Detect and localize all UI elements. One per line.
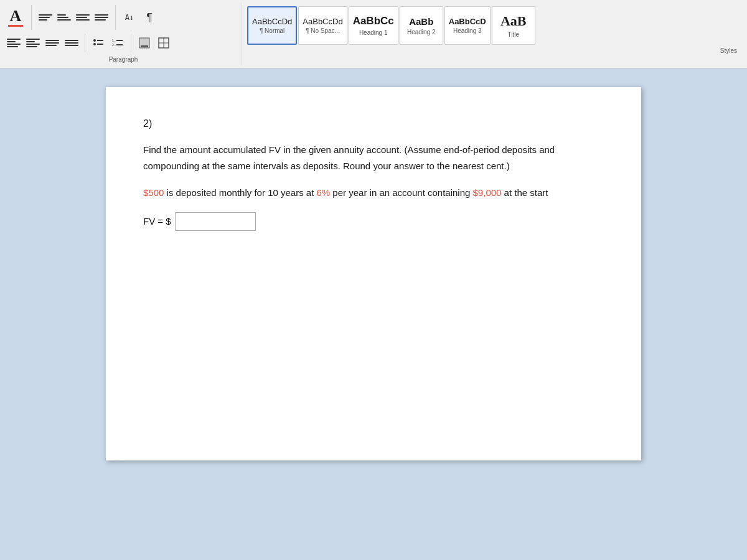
style-title-label: Title (507, 31, 519, 38)
problem-rate: 6% (317, 187, 331, 198)
style-h3-preview: AaBbCcD (449, 17, 486, 27)
font-color-button[interactable]: A (5, 6, 26, 29)
style-nospace[interactable]: AaBbCcDd ¶ No Spac... (298, 6, 347, 45)
style-h1-preview: AaBbCc (353, 15, 394, 27)
style-h2-preview: AaBb (409, 16, 433, 27)
style-title-preview: AaB (500, 13, 527, 29)
style-normal-preview: AaBbCcDd (252, 17, 292, 27)
style-title[interactable]: AaB Title (492, 6, 535, 45)
align-left-button[interactable] (5, 35, 22, 50)
style-h1-label: Heading 1 (359, 29, 388, 36)
style-h3-label: Heading 3 (453, 27, 482, 34)
align-right-button[interactable] (44, 35, 61, 50)
svg-point-0 (93, 39, 96, 42)
pilcrow-icon: ¶ (146, 11, 153, 24)
answer-row: FV = $ (143, 212, 604, 231)
border-icon (157, 37, 170, 49)
style-heading3[interactable]: AaBbCcD Heading 3 (444, 6, 491, 45)
shading-button[interactable] (136, 35, 153, 50)
problem-post: per year in an account containing (330, 187, 472, 198)
sort-button[interactable]: A↓ (121, 10, 138, 25)
paragraph-group-label: Paragraph (109, 56, 138, 63)
bullet-list-button[interactable] (90, 35, 107, 50)
problem-statement: $500 is deposited monthly for 10 years a… (143, 185, 604, 201)
justify-button[interactable] (63, 35, 80, 50)
svg-rect-7 (116, 44, 123, 45)
font-color-underline (8, 25, 23, 27)
style-heading2[interactable]: AaBb Heading 2 (400, 6, 443, 45)
answer-label: FV = $ (143, 216, 171, 226)
sep4 (131, 34, 131, 52)
bullet-list-icon (93, 38, 104, 48)
indent-buttons (37, 10, 110, 25)
svg-rect-5 (116, 40, 123, 41)
question-body-text: Find the amount accumulated FV in the gi… (143, 144, 555, 171)
shading-icon (138, 37, 151, 49)
problem-amount: $500 (143, 187, 164, 198)
style-normal-label: ¶ Normal (260, 27, 284, 34)
align-center-button[interactable] (24, 35, 42, 50)
style-heading1[interactable]: AaBbCc Heading 1 (349, 6, 398, 45)
question-number: 2) (143, 118, 604, 129)
problem-end: at the start (501, 187, 548, 198)
indent-decrease-button[interactable] (37, 10, 54, 25)
ribbon-top-controls: A (5, 5, 158, 30)
style-nospace-preview: AaBbCcDd (303, 17, 342, 27)
style-h2-label: Heading 2 (407, 29, 436, 35)
styles-group-label: Styles (720, 47, 737, 54)
problem-mid: is deposited monthly for 10 years at (164, 187, 316, 198)
styles-panel: AaBbCcDd ¶ Normal AaBbCcDd ¶ No Spac... … (242, 2, 742, 65)
svg-text:2.: 2. (112, 43, 115, 47)
sort-az-icon: A↓ (125, 13, 134, 22)
alignment-row: 1. 2. (5, 34, 172, 52)
indent-increase-button[interactable] (55, 10, 73, 25)
style-nospace-label: ¶ No Spac... (306, 27, 340, 34)
sep3 (85, 34, 85, 52)
number-list-icon: 1. 2. (112, 38, 123, 48)
answer-input[interactable] (175, 212, 256, 231)
style-normal[interactable]: AaBbCcDd ¶ Normal (247, 6, 297, 45)
svg-rect-9 (141, 45, 148, 47)
ribbon-separator-2 (115, 5, 116, 30)
svg-point-2 (93, 43, 96, 45)
svg-text:1.: 1. (112, 39, 115, 42)
border-button[interactable] (155, 35, 172, 50)
number-list-button[interactable]: 1. 2. (109, 35, 126, 50)
font-letter-a: A (10, 8, 22, 24)
indent-left-button[interactable] (74, 10, 92, 25)
problem-initial: $9,000 (473, 187, 502, 198)
svg-rect-3 (97, 44, 103, 45)
document-page: 2) Find the amount accumulated FV in the… (106, 87, 641, 460)
ribbon-separator (31, 5, 32, 30)
indent-right-button[interactable] (93, 10, 110, 25)
svg-rect-1 (97, 40, 103, 41)
question-body: Find the amount accumulated FV in the gi… (143, 142, 604, 174)
show-paragraph-button[interactable]: ¶ (141, 10, 158, 25)
styles-row: AaBbCcDd ¶ Normal AaBbCcDd ¶ No Spac... … (247, 6, 535, 45)
ribbon-left-section: A (5, 2, 242, 65)
ribbon: A (0, 0, 747, 68)
document-area: 2) Find the amount accumulated FV in the… (0, 68, 747, 554)
